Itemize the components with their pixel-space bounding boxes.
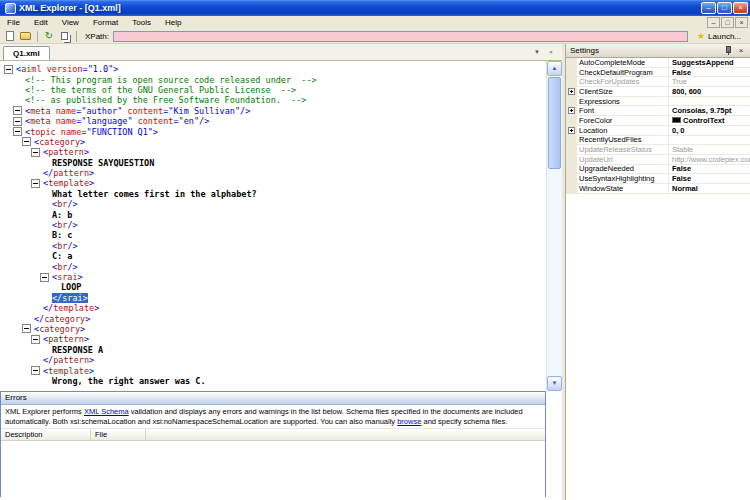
xpath-input[interactable] xyxy=(113,31,688,42)
xml-line[interactable]: </pattern> xyxy=(0,355,546,365)
property-row-checkforupdates[interactable]: CheckForUpdatesTrue xyxy=(566,77,750,87)
refresh-button[interactable]: ↻ xyxy=(42,30,56,43)
property-row-recentlyusedfiles[interactable]: RecentlyUsedFiles xyxy=(566,136,750,146)
node-text[interactable]: <br/> xyxy=(52,199,78,209)
menu-item-file[interactable]: File xyxy=(0,16,27,29)
mdi-minimize-button[interactable]: – xyxy=(707,17,720,28)
settings-close-button[interactable]: × xyxy=(736,47,746,55)
scroll-thumb[interactable] xyxy=(548,77,561,169)
errors-link-browse[interactable]: browse xyxy=(397,417,421,426)
xml-line[interactable]: <template> xyxy=(0,365,546,375)
xml-line[interactable]: </category> xyxy=(0,313,546,323)
node-text[interactable]: <category> xyxy=(34,137,85,147)
node-text[interactable]: RESPONSE SAYQUESTION xyxy=(52,158,154,168)
new-document-button[interactable] xyxy=(3,30,17,43)
menu-item-format[interactable]: Format xyxy=(86,16,125,29)
node-text[interactable]: <topic name="FUNCTION Q1"> xyxy=(25,127,158,137)
menu-item-edit[interactable]: Edit xyxy=(27,16,55,29)
collapse-toggle-icon[interactable] xyxy=(22,324,31,333)
xml-line[interactable]: </srai> xyxy=(0,293,546,303)
property-value[interactable]: True xyxy=(669,77,750,86)
property-row-windowstate[interactable]: WindowStateNormal xyxy=(566,184,750,194)
pin-icon[interactable] xyxy=(724,46,732,55)
xml-line[interactable]: Wrong, the right answer was C. xyxy=(0,376,546,386)
xml-line[interactable]: <!-- This program is open source code re… xyxy=(0,74,546,84)
xml-line[interactable]: <br/> xyxy=(0,220,546,230)
tab-q1-xml[interactable]: Q1.xml xyxy=(3,46,50,60)
expand-icon[interactable] xyxy=(568,107,575,114)
xml-line[interactable]: <topic name="FUNCTION Q1"> xyxy=(0,126,546,136)
property-value[interactable]: 0, 0 xyxy=(669,126,750,135)
xml-line[interactable]: </pattern> xyxy=(0,168,546,178)
property-row-expressions[interactable]: Expressions xyxy=(566,97,750,107)
property-row-autocompletemode[interactable]: AutoCompleteModeSuggestsAppend xyxy=(566,58,750,68)
node-text[interactable]: <!-- the terms of the GNU General Public… xyxy=(25,85,296,95)
property-row-updatereleasestatus[interactable]: UpdateReleaseStatusStable xyxy=(566,145,750,155)
property-value[interactable]: Normal xyxy=(669,184,750,193)
property-row-clientsize[interactable]: ClientSize800, 600 xyxy=(566,87,750,97)
xml-line[interactable]: <srai> xyxy=(0,272,546,282)
xml-line[interactable]: LOOP xyxy=(0,282,546,292)
node-text[interactable]: <template> xyxy=(43,178,94,188)
xml-line[interactable]: B: c xyxy=(0,230,546,240)
vertical-scrollbar[interactable]: ▲ ▼ xyxy=(546,61,562,391)
node-text[interactable]: <br/> xyxy=(52,262,78,272)
xml-line[interactable]: <br/> xyxy=(0,241,546,251)
property-value[interactable]: 800, 600 xyxy=(669,87,750,96)
collapse-toggle-icon[interactable] xyxy=(13,127,22,136)
property-value[interactable]: False xyxy=(669,164,750,173)
xml-line[interactable]: <aiml version="1.0"> xyxy=(0,64,546,74)
node-text[interactable]: <aiml version="1.0"> xyxy=(16,64,118,74)
node-text[interactable]: RESPONSE A xyxy=(52,345,103,355)
xml-line[interactable]: <template> xyxy=(0,178,546,188)
xml-line[interactable]: C: a xyxy=(0,251,546,261)
property-value[interactable]: ControlText xyxy=(669,116,750,125)
collapse-toggle-icon[interactable] xyxy=(40,273,49,282)
node-text[interactable]: <br/> xyxy=(52,220,78,230)
xml-line[interactable]: <category> xyxy=(0,137,546,147)
launch-button[interactable]: ★ Launch... xyxy=(694,30,747,43)
node-text[interactable]: A: b xyxy=(52,210,72,220)
node-text[interactable]: <meta name="author" content="Kim Sulliva… xyxy=(25,106,250,116)
collapse-toggle-icon[interactable] xyxy=(4,65,13,74)
property-row-updateurl[interactable]: UpdateUrlhttp://www.codeplex.com/xmlexp xyxy=(566,155,750,165)
node-text[interactable]: What letter comes first in the alphabet? xyxy=(52,189,257,199)
menu-item-help[interactable]: Help xyxy=(158,16,188,29)
xml-line[interactable]: A: b xyxy=(0,209,546,219)
property-row-forecolor[interactable]: ForeColorControlText xyxy=(566,116,750,126)
menu-item-view[interactable]: View xyxy=(55,16,86,29)
xml-line[interactable]: RESPONSE A xyxy=(0,345,546,355)
node-text[interactable]: <!-- This program is open source code re… xyxy=(25,75,317,85)
node-text[interactable]: Wrong, the right answer was C. xyxy=(52,376,206,386)
tab-list-dropdown-button[interactable]: ▼ xyxy=(530,46,544,59)
xml-line[interactable]: What letter comes first in the alphabet? xyxy=(0,189,546,199)
property-row-font[interactable]: FontConsolas, 9.75pt xyxy=(566,106,750,116)
minimize-button[interactable]: – xyxy=(701,2,716,14)
node-text[interactable]: <category> xyxy=(34,324,85,334)
property-value[interactable]: http://www.codeplex.com/xmlexp xyxy=(669,155,750,164)
node-text[interactable]: <template> xyxy=(43,366,94,376)
collapse-toggle-icon[interactable] xyxy=(31,335,40,344)
node-text[interactable]: <srai> xyxy=(52,272,83,282)
xml-line[interactable]: <pattern> xyxy=(0,147,546,157)
xml-line[interactable]: <!-- the terms of the GNU General Public… xyxy=(0,85,546,95)
node-text[interactable]: <meta name="language" content="en"/> xyxy=(25,116,209,126)
xml-line[interactable]: <meta name="language" content="en"/> xyxy=(0,116,546,126)
node-text[interactable]: </pattern> xyxy=(43,168,94,178)
xml-line[interactable]: <meta name="author" content="Kim Sulliva… xyxy=(0,106,546,116)
collapse-toggle-icon[interactable] xyxy=(13,106,22,115)
property-row-upgradeneeded[interactable]: UpgradeNeededFalse xyxy=(566,165,750,175)
xml-line[interactable]: </template> xyxy=(0,303,546,313)
xml-line[interactable]: RESPONSE SAYQUESTION xyxy=(0,158,546,168)
node-text[interactable]: B: c xyxy=(52,230,72,240)
node-text[interactable]: </template> xyxy=(43,303,99,313)
node-text[interactable]: <!-- as published by the Free Software F… xyxy=(25,95,306,105)
errors-panel-header[interactable]: Errors xyxy=(1,392,545,405)
property-row-checkdefaultprogram[interactable]: CheckDefaultProgramFalse xyxy=(566,68,750,78)
node-text[interactable]: <pattern> xyxy=(43,147,89,157)
xml-tree[interactable]: <aiml version="1.0"><!-- This program is… xyxy=(0,61,546,391)
property-value[interactable]: False xyxy=(669,174,750,183)
property-value[interactable]: Consolas, 9.75pt xyxy=(669,106,750,115)
menu-item-tools[interactable]: Tools xyxy=(125,16,158,29)
xml-line[interactable]: <category> xyxy=(0,324,546,334)
